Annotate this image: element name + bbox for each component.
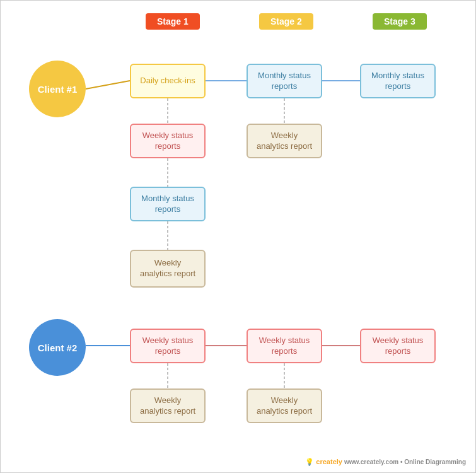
node-daily-checkins: Daily check-ins bbox=[130, 64, 206, 98]
node-c1-monthly-stage3: Monthly statusreports bbox=[360, 64, 436, 98]
node-c1-weekly-status: Weekly statusreports bbox=[130, 124, 206, 158]
brand-name: 💡 creately bbox=[305, 458, 342, 465]
node-c1-analytics1: Weeklyanalytics report bbox=[130, 250, 206, 288]
stage-label-1: Stage 1 bbox=[146, 13, 200, 30]
node-c1-monthly-status: Monthly statusreports bbox=[130, 187, 206, 221]
node-c2-analytics2: Weeklyanalytics report bbox=[247, 388, 322, 423]
diagram-canvas: Stage 1 Stage 2 Stage 3 Client #1 Client… bbox=[0, 0, 476, 473]
client1-circle: Client #1 bbox=[29, 61, 86, 117]
node-c2-analytics1: Weeklyanalytics report bbox=[130, 388, 206, 423]
node-c1-monthly-stage2: Monthly statusreports bbox=[247, 64, 322, 98]
stage-label-2: Stage 2 bbox=[259, 13, 313, 30]
node-c1-analytics2: Weeklyanalytics report bbox=[247, 124, 322, 158]
watermark: 💡 creately www.creately.com • Online Dia… bbox=[305, 458, 466, 466]
node-c2-weekly-stage3: Weekly statusreports bbox=[360, 329, 436, 363]
node-c2-weekly-stage1: Weekly statusreports bbox=[130, 329, 206, 363]
stage-label-3: Stage 3 bbox=[373, 13, 427, 30]
svg-line-0 bbox=[86, 81, 130, 89]
client2-circle: Client #2 bbox=[29, 319, 86, 376]
brand-url: www.creately.com • Online Diagramming bbox=[344, 458, 466, 465]
node-c2-weekly-stage2: Weekly statusreports bbox=[247, 329, 322, 363]
